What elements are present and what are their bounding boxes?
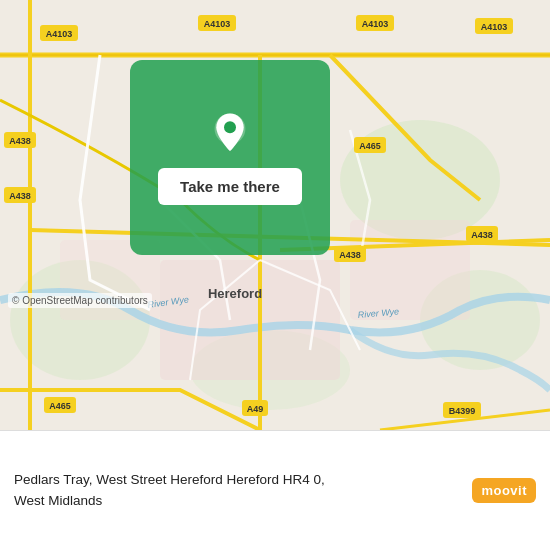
svg-text:A465: A465 [49,401,71,411]
address-line1: Pedlars Tray, West Street Hereford Heref… [14,470,462,490]
location-pin-icon [206,110,254,158]
svg-text:A4103: A4103 [204,19,231,29]
svg-text:A4103: A4103 [481,22,508,32]
svg-rect-6 [350,220,470,320]
svg-text:A4103: A4103 [362,19,389,29]
svg-text:A4103: A4103 [46,29,73,39]
svg-text:A438: A438 [9,136,31,146]
svg-text:A465: A465 [359,141,381,151]
moovit-m: m [481,483,493,498]
svg-text:A438: A438 [339,250,361,260]
svg-text:A438: A438 [471,230,493,240]
address-line2: West Midlands [14,491,462,511]
map-copyright: © OpenStreetMap contributors [8,293,152,308]
moovit-rest: oovit [493,483,527,498]
map-action-overlay[interactable]: Take me there [130,60,330,255]
map-container: A4103 A4103 A4103 A4103 A438 A438 A465 A… [0,0,550,430]
moovit-logo-text: moovit [472,478,536,503]
svg-text:B4399: B4399 [449,406,476,416]
svg-text:A49: A49 [247,404,264,414]
take-me-there-button[interactable]: Take me there [158,168,302,205]
svg-rect-5 [160,260,340,380]
address-container: Pedlars Tray, West Street Hereford Heref… [14,470,462,511]
svg-point-36 [224,121,236,133]
moovit-logo: moovit [472,478,536,503]
svg-text:Hereford: Hereford [208,286,262,301]
info-bar: Pedlars Tray, West Street Hereford Heref… [0,430,550,550]
svg-text:A438: A438 [9,191,31,201]
